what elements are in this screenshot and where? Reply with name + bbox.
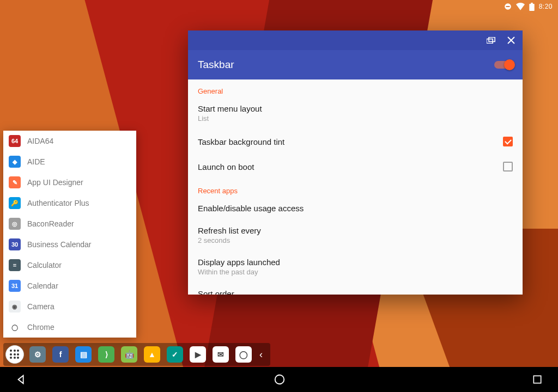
app-label: Authenticator Plus [27,199,89,207]
taskbar-icon-notes[interactable]: ▤ [72,343,95,366]
svg-rect-4 [487,39,493,44]
apps-button[interactable] [3,343,26,366]
row-usage-access[interactable]: Enable/disable usage access [188,197,523,219]
app-list-item[interactable]: ◆AIDE [3,151,136,172]
svg-point-8 [275,375,284,384]
row-taskbar-bg-tint[interactable]: Taskbar background tint [188,129,523,154]
taskbar-icon-settings[interactable]: ⚙ [26,343,49,366]
row-display-apps-launched[interactable]: Display apps launched Within the past da… [188,251,523,283]
app-icon: ◯ [9,321,21,333]
svg-rect-9 [533,376,541,383]
app-icon: ◉ [9,301,21,313]
app-list-item[interactable]: 30Business Calendar [3,234,136,255]
row-start-menu-layout[interactable]: Start menu layout List [188,97,523,129]
taskbar-collapse-icon[interactable]: ‹ [255,349,267,360]
app-label: Calculator [27,261,62,270]
app-list-item[interactable]: ◉Camera [3,296,136,317]
app-label: Camera [27,302,54,311]
wifi-icon [516,3,525,10]
app-list-item[interactable]: ✎App UI Designer [3,172,136,193]
battery-icon [529,3,535,11]
taskbar-icon-android[interactable]: 🤖 [118,343,141,366]
app-icon: 31 [9,280,21,292]
svg-rect-1 [506,6,510,7]
checkbox-taskbar-bg-tint[interactable] [503,137,513,146]
row-refresh-list[interactable]: Refresh list every 2 seconds [188,219,523,251]
start-menu-app-list[interactable]: 64AIDA64◆AIDE✎App UI Designer🔑Authentica… [3,131,136,338]
row-launch-on-boot[interactable]: Launch on boot [188,154,523,179]
nav-recents-icon[interactable] [532,374,543,385]
nav-back-icon[interactable] [15,373,27,385]
app-icon: 🔑 [9,197,21,209]
app-icon: 30 [9,238,21,250]
svg-rect-5 [489,37,495,41]
app-icon: ✎ [9,176,21,188]
close-window-icon[interactable] [507,36,515,44]
app-label: Calendar [27,281,58,290]
app-label: AIDA64 [27,137,53,145]
restore-window-icon[interactable] [487,37,495,44]
app-label: BaconReader [27,219,74,228]
app-list-item[interactable]: 64AIDA64 [3,131,136,151]
status-bar: 8:20 [499,0,558,13]
app-list-item[interactable]: ◯Chrome [3,317,136,338]
settings-header: Taskbar [188,50,523,79]
taskbar-settings-window: Taskbar General Start menu layout List T… [188,30,523,295]
section-header-general: General [188,79,523,97]
nav-home-icon[interactable] [274,373,286,385]
android-nav-bar [0,367,558,392]
row-sort-order[interactable]: Sort order [188,283,523,295]
svg-rect-2 [531,3,533,4]
app-label: AIDE [27,157,45,166]
app-list-item[interactable]: =Calculator [3,255,136,275]
settings-content[interactable]: General Start menu layout List Taskbar b… [188,79,523,295]
app-list-item[interactable]: 31Calendar [3,275,136,296]
app-icon: 64 [9,135,21,147]
app-icon: ◆ [9,156,21,168]
taskbar-enable-toggle[interactable] [494,61,513,69]
app-list-item[interactable]: 🔑Authenticator Plus [3,193,136,213]
taskbar-icon-pushbullet[interactable]: ⟩ [95,343,118,366]
app-icon: ◎ [9,218,21,230]
taskbar: ⚙f▤⟩🤖▲✓▶✉◯‹ [3,343,270,366]
dnd-icon [504,3,512,10]
taskbar-icon-gmail[interactable]: ✉ [209,343,232,366]
taskbar-icon-play[interactable]: ▶ [186,343,209,366]
app-label: App UI Designer [27,178,83,187]
app-label: Chrome [27,323,54,332]
taskbar-icon-chrome[interactable]: ◯ [232,343,255,366]
window-titlebar [188,30,523,50]
app-label: Business Calendar [27,240,92,249]
checkbox-launch-on-boot[interactable] [503,162,513,171]
taskbar-icon-checkmark[interactable]: ✓ [163,343,186,366]
app-list-item[interactable]: ◎BaconReader [3,213,136,234]
taskbar-icon-drive[interactable]: ▲ [141,343,163,366]
settings-title: Taskbar [198,59,234,71]
section-header-recent-apps: Recent apps [188,179,523,197]
taskbar-icon-facebook[interactable]: f [49,343,72,366]
status-clock: 8:20 [539,3,553,10]
app-icon: = [9,259,21,271]
svg-rect-3 [529,3,534,10]
